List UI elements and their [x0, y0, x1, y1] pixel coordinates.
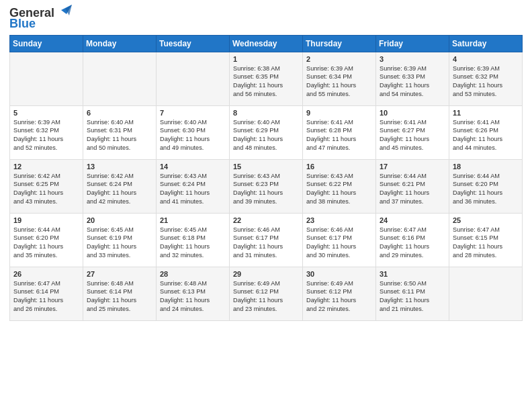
- calendar-day-cell: 27Sunrise: 6:48 AM Sunset: 6:14 PM Dayli…: [83, 267, 157, 320]
- page: General Blue SundayMondayTuesdayWednesda…: [0, 0, 532, 411]
- day-number: 17: [380, 163, 445, 171]
- day-number: 25: [453, 216, 519, 224]
- day-number: 12: [13, 163, 79, 171]
- day-number: 18: [453, 163, 519, 171]
- day-info: Sunrise: 6:46 AM Sunset: 6:17 PM Dayligh…: [233, 226, 299, 261]
- calendar-empty-cell: [10, 52, 83, 105]
- calendar-day-cell: 7Sunrise: 6:40 AM Sunset: 6:30 PM Daylig…: [157, 105, 230, 159]
- day-info: Sunrise: 6:49 AM Sunset: 6:12 PM Dayligh…: [233, 279, 299, 314]
- day-info: Sunrise: 6:44 AM Sunset: 6:20 PM Dayligh…: [13, 226, 79, 261]
- day-info: Sunrise: 6:39 AM Sunset: 6:32 PM Dayligh…: [13, 118, 79, 153]
- calendar-day-cell: 19Sunrise: 6:44 AM Sunset: 6:20 PM Dayli…: [10, 213, 83, 267]
- calendar-day-cell: 10Sunrise: 6:41 AM Sunset: 6:27 PM Dayli…: [376, 105, 449, 159]
- day-header-saturday: Saturday: [449, 35, 523, 52]
- day-info: Sunrise: 6:40 AM Sunset: 6:30 PM Dayligh…: [160, 118, 226, 153]
- day-number: 14: [160, 163, 226, 171]
- day-info: Sunrise: 6:47 AM Sunset: 6:15 PM Dayligh…: [453, 226, 519, 261]
- day-info: Sunrise: 6:47 AM Sunset: 6:14 PM Dayligh…: [13, 279, 79, 314]
- day-number: 27: [87, 270, 152, 278]
- calendar-week-row: 26Sunrise: 6:47 AM Sunset: 6:14 PM Dayli…: [10, 267, 523, 320]
- day-info: Sunrise: 6:50 AM Sunset: 6:11 PM Dayligh…: [380, 279, 445, 314]
- calendar-day-cell: 15Sunrise: 6:43 AM Sunset: 6:23 PM Dayli…: [230, 159, 303, 213]
- day-header-tuesday: Tuesday: [157, 35, 230, 52]
- day-info: Sunrise: 6:40 AM Sunset: 6:29 PM Dayligh…: [233, 118, 299, 153]
- day-number: 28: [160, 270, 226, 278]
- day-header-sunday: Sunday: [10, 35, 83, 52]
- day-number: 5: [13, 109, 79, 117]
- day-number: 9: [306, 109, 372, 117]
- day-header-friday: Friday: [376, 35, 449, 52]
- calendar-day-cell: 9Sunrise: 6:41 AM Sunset: 6:28 PM Daylig…: [303, 105, 376, 159]
- calendar-week-row: 5Sunrise: 6:39 AM Sunset: 6:32 PM Daylig…: [10, 105, 523, 159]
- day-number: 3: [380, 55, 445, 63]
- day-info: Sunrise: 6:45 AM Sunset: 6:19 PM Dayligh…: [87, 226, 152, 261]
- calendar-day-cell: 18Sunrise: 6:44 AM Sunset: 6:20 PM Dayli…: [449, 159, 523, 213]
- calendar-day-cell: 6Sunrise: 6:40 AM Sunset: 6:31 PM Daylig…: [83, 105, 157, 159]
- day-header-wednesday: Wednesday: [230, 35, 303, 52]
- day-number: 8: [233, 109, 299, 117]
- day-header-thursday: Thursday: [303, 35, 376, 52]
- calendar-day-cell: 14Sunrise: 6:43 AM Sunset: 6:24 PM Dayli…: [157, 159, 230, 213]
- day-info: Sunrise: 6:48 AM Sunset: 6:14 PM Dayligh…: [87, 279, 152, 314]
- day-info: Sunrise: 6:39 AM Sunset: 6:32 PM Dayligh…: [453, 64, 519, 99]
- calendar-day-cell: 13Sunrise: 6:42 AM Sunset: 6:24 PM Dayli…: [83, 159, 157, 213]
- calendar-week-row: 1Sunrise: 6:38 AM Sunset: 6:35 PM Daylig…: [10, 52, 523, 105]
- calendar-day-cell: 24Sunrise: 6:47 AM Sunset: 6:16 PM Dayli…: [376, 213, 449, 267]
- day-number: 31: [380, 270, 445, 278]
- calendar-day-cell: 20Sunrise: 6:45 AM Sunset: 6:19 PM Dayli…: [83, 213, 157, 267]
- day-number: 30: [306, 270, 372, 278]
- day-info: Sunrise: 6:48 AM Sunset: 6:13 PM Dayligh…: [160, 279, 226, 314]
- calendar-day-cell: 4Sunrise: 6:39 AM Sunset: 6:32 PM Daylig…: [449, 52, 523, 105]
- calendar-day-cell: 22Sunrise: 6:46 AM Sunset: 6:17 PM Dayli…: [230, 213, 303, 267]
- calendar-day-cell: 11Sunrise: 6:41 AM Sunset: 6:26 PM Dayli…: [449, 105, 523, 159]
- calendar-day-cell: 31Sunrise: 6:50 AM Sunset: 6:11 PM Dayli…: [376, 267, 449, 320]
- calendar-empty-cell: [449, 267, 523, 320]
- calendar-header-row: SundayMondayTuesdayWednesdayThursdayFrid…: [10, 35, 523, 52]
- day-number: 13: [87, 163, 152, 171]
- calendar-day-cell: 28Sunrise: 6:48 AM Sunset: 6:13 PM Dayli…: [157, 267, 230, 320]
- logo-text-blue: Blue: [9, 17, 36, 31]
- calendar-empty-cell: [83, 52, 157, 105]
- day-number: 6: [87, 109, 152, 117]
- day-number: 11: [453, 109, 519, 117]
- day-number: 16: [306, 163, 372, 171]
- day-info: Sunrise: 6:42 AM Sunset: 6:25 PM Dayligh…: [13, 172, 79, 207]
- calendar-day-cell: 5Sunrise: 6:39 AM Sunset: 6:32 PM Daylig…: [10, 105, 83, 159]
- day-number: 26: [13, 270, 79, 278]
- day-info: Sunrise: 6:41 AM Sunset: 6:26 PM Dayligh…: [453, 118, 519, 153]
- day-info: Sunrise: 6:43 AM Sunset: 6:22 PM Dayligh…: [306, 172, 372, 207]
- calendar-day-cell: 1Sunrise: 6:38 AM Sunset: 6:35 PM Daylig…: [230, 52, 303, 105]
- day-info: Sunrise: 6:46 AM Sunset: 6:17 PM Dayligh…: [306, 226, 372, 261]
- calendar-day-cell: 26Sunrise: 6:47 AM Sunset: 6:14 PM Dayli…: [10, 267, 83, 320]
- day-info: Sunrise: 6:38 AM Sunset: 6:35 PM Dayligh…: [233, 64, 299, 99]
- day-number: 2: [306, 55, 372, 63]
- calendar-day-cell: 29Sunrise: 6:49 AM Sunset: 6:12 PM Dayli…: [230, 267, 303, 320]
- day-number: 10: [380, 109, 445, 117]
- day-number: 20: [87, 216, 152, 224]
- calendar-week-row: 12Sunrise: 6:42 AM Sunset: 6:25 PM Dayli…: [10, 159, 523, 213]
- day-number: 29: [233, 270, 299, 278]
- day-info: Sunrise: 6:43 AM Sunset: 6:24 PM Dayligh…: [160, 172, 226, 207]
- calendar-day-cell: 16Sunrise: 6:43 AM Sunset: 6:22 PM Dayli…: [303, 159, 376, 213]
- calendar-table: SundayMondayTuesdayWednesdayThursdayFrid…: [9, 35, 523, 321]
- day-info: Sunrise: 6:43 AM Sunset: 6:23 PM Dayligh…: [233, 172, 299, 207]
- day-info: Sunrise: 6:47 AM Sunset: 6:16 PM Dayligh…: [380, 226, 445, 261]
- calendar-day-cell: 8Sunrise: 6:40 AM Sunset: 6:29 PM Daylig…: [230, 105, 303, 159]
- day-number: 23: [306, 216, 372, 224]
- day-info: Sunrise: 6:39 AM Sunset: 6:33 PM Dayligh…: [380, 64, 445, 99]
- day-number: 21: [160, 216, 226, 224]
- day-number: 4: [453, 55, 519, 63]
- day-number: 7: [160, 109, 226, 117]
- calendar-day-cell: 30Sunrise: 6:49 AM Sunset: 6:12 PM Dayli…: [303, 267, 376, 320]
- day-number: 22: [233, 216, 299, 224]
- calendar-day-cell: 17Sunrise: 6:44 AM Sunset: 6:21 PM Dayli…: [376, 159, 449, 213]
- day-info: Sunrise: 6:49 AM Sunset: 6:12 PM Dayligh…: [306, 279, 372, 314]
- day-number: 24: [380, 216, 445, 224]
- calendar-day-cell: 2Sunrise: 6:39 AM Sunset: 6:34 PM Daylig…: [303, 52, 376, 105]
- day-info: Sunrise: 6:41 AM Sunset: 6:28 PM Dayligh…: [306, 118, 372, 153]
- day-info: Sunrise: 6:44 AM Sunset: 6:21 PM Dayligh…: [380, 172, 445, 207]
- logo-bird-icon: [56, 5, 72, 19]
- calendar-day-cell: 12Sunrise: 6:42 AM Sunset: 6:25 PM Dayli…: [10, 159, 83, 213]
- day-info: Sunrise: 6:42 AM Sunset: 6:24 PM Dayligh…: [87, 172, 152, 207]
- day-header-monday: Monday: [83, 35, 157, 52]
